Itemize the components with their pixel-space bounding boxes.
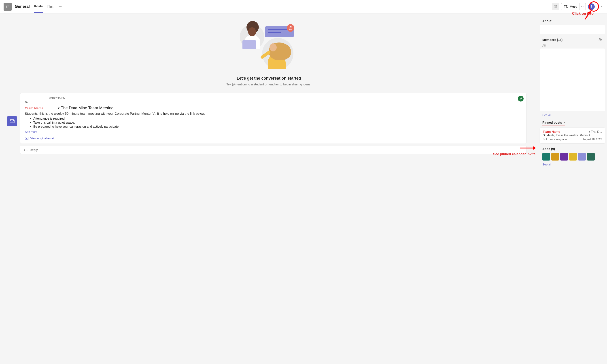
app-tile[interactable] xyxy=(560,153,568,160)
apps-row xyxy=(540,153,605,160)
apps-heading: Apps (9) xyxy=(542,147,603,151)
posts-area: @ Let's get the conversation started Try… xyxy=(0,13,538,364)
reply-icon xyxy=(24,149,27,151)
app-tile[interactable] xyxy=(542,153,550,160)
channel-header: TP General Posts Files Meet i xyxy=(0,0,607,13)
team-avatar[interactable]: TP xyxy=(4,3,12,11)
svg-rect-1 xyxy=(564,5,567,8)
chevron-down-icon xyxy=(581,6,583,7)
mail-icon xyxy=(25,137,28,140)
post-to: To xyxy=(25,101,522,104)
post-body: Students, this is the weekly 50-minute t… xyxy=(25,112,522,115)
apps-see-all[interactable]: See all xyxy=(542,163,551,166)
members-list xyxy=(540,49,605,111)
more-button[interactable]: ··· xyxy=(597,4,603,9)
org-icon[interactable] xyxy=(552,3,559,10)
pinned-post-card[interactable]: Team Name x The D... Students, this is t… xyxy=(540,128,605,143)
list-item: Be prepared to have your cameras on and … xyxy=(33,125,522,128)
pinned-post-author: Bot User - integration:... xyxy=(543,138,571,141)
pinned-posts-heading[interactable]: Pinned posts xyxy=(542,121,565,125)
members-heading: Members (18) xyxy=(542,38,563,42)
tab-posts[interactable]: Posts xyxy=(34,0,43,13)
post-bullets: Attendance is required Take this call in… xyxy=(33,117,522,128)
list-item: Attendance is required xyxy=(33,117,522,120)
video-icon xyxy=(564,5,568,8)
post-card: 8/18 2:15 PM To Team Name x The Data Min… xyxy=(20,93,527,144)
pinned-post-date: August 18, 2023 xyxy=(583,138,602,141)
pinned-post-preview: Students, this is the weekly 50-minut... xyxy=(543,133,602,137)
add-member-icon[interactable] xyxy=(598,38,603,41)
see-more-link[interactable]: See more xyxy=(25,130,37,133)
list-item: Take this call in a quiet space. xyxy=(33,121,522,124)
members-see-all[interactable]: See all xyxy=(542,113,551,117)
info-button[interactable]: i xyxy=(588,3,595,10)
post-title: x The Data Mine Team Meeting xyxy=(58,106,113,110)
app-tile[interactable] xyxy=(578,153,586,160)
at-icon: @ xyxy=(287,24,294,32)
view-original-email[interactable]: View original email xyxy=(25,137,522,140)
reply-button[interactable]: Reply xyxy=(20,146,527,154)
view-original-label: View original email xyxy=(30,137,54,140)
app-tile[interactable] xyxy=(569,153,577,160)
meet-label: Meet xyxy=(570,5,577,8)
svg-rect-3 xyxy=(25,137,28,140)
app-tile[interactable] xyxy=(587,153,595,160)
add-tab-button[interactable] xyxy=(57,5,63,9)
app-tile[interactable] xyxy=(551,153,559,160)
svg-rect-2 xyxy=(10,120,14,123)
svg-point-4 xyxy=(599,39,601,40)
members-filter-all[interactable]: All xyxy=(542,44,603,47)
pinned-post-title: x The D... xyxy=(589,130,602,133)
channel-name: General xyxy=(15,4,30,9)
intro-heading: Let's get the conversation started xyxy=(226,76,311,81)
mail-icon xyxy=(10,119,14,123)
meet-caret[interactable] xyxy=(580,3,586,10)
chevron-right-icon xyxy=(563,121,565,124)
reply-label: Reply xyxy=(30,148,38,152)
about-heading: About xyxy=(542,19,603,23)
meet-button[interactable]: Meet xyxy=(561,3,580,10)
mail-button[interactable] xyxy=(7,116,17,126)
tab-files[interactable]: Files xyxy=(47,1,53,13)
conversation-intro: @ Let's get the conversation started Try… xyxy=(226,22,311,86)
post-timestamp: 8/18 2:15 PM xyxy=(49,97,522,100)
intro-sub: Try @mentioning a student or teacher to … xyxy=(226,82,311,86)
intro-illustration: @ xyxy=(240,22,298,69)
about-card xyxy=(540,25,605,34)
annotation-team-name: Team Name xyxy=(25,106,43,110)
annotation-team-name-small: Team Name xyxy=(543,130,560,133)
pinned-badge-icon xyxy=(518,96,524,102)
info-pane: About Members (18) All See all Pinned po… xyxy=(538,13,607,364)
